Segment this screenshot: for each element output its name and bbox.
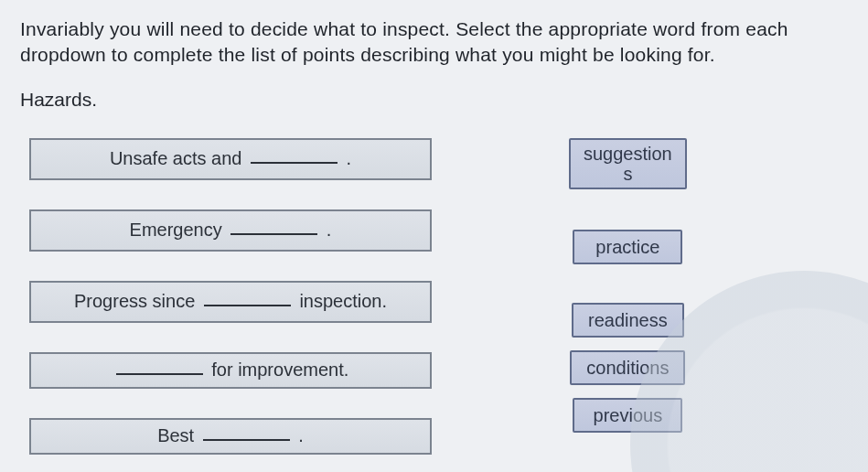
word-bank-column: suggestions practice readiness condition…	[569, 138, 687, 455]
blank-line	[251, 154, 338, 164]
drop-slot[interactable]: Unsafe acts and .	[29, 138, 432, 180]
drop-slot[interactable]: Best .	[29, 418, 432, 455]
drop-slot[interactable]: Progress since inspection.	[29, 281, 432, 323]
exercise-area: Unsafe acts and . Emergency . Progress s…	[20, 138, 848, 455]
word-chip[interactable]: suggestions	[569, 138, 687, 189]
slot-post-text: inspection.	[295, 291, 387, 312]
subheading: Hazards.	[20, 89, 848, 111]
slot-pre-text: Emergency	[130, 220, 228, 241]
drop-targets-column: Unsafe acts and . Emergency . Progress s…	[29, 138, 432, 455]
word-chip[interactable]: readiness	[572, 303, 684, 338]
slot-pre-text: Unsafe acts and	[110, 148, 247, 169]
blank-line	[230, 225, 317, 235]
blank-line	[203, 431, 290, 441]
slot-post-text: for improvement.	[207, 359, 349, 381]
blank-line	[116, 365, 203, 375]
slot-post-text: .	[294, 425, 304, 446]
drop-slot[interactable]: for improvement.	[29, 352, 432, 389]
slot-pre-text: Progress since	[74, 291, 200, 312]
slot-pre-text: Best	[157, 425, 199, 446]
slot-post-text: .	[321, 220, 331, 241]
word-chip[interactable]: practice	[573, 230, 682, 264]
word-chip[interactable]: conditions	[570, 350, 685, 385]
slot-post-text: .	[341, 148, 351, 169]
word-chip[interactable]: previous	[573, 398, 682, 433]
drop-slot[interactable]: Emergency .	[29, 209, 432, 252]
blank-line	[204, 296, 291, 306]
instruction-text: Invariably you will need to decide what …	[20, 16, 848, 69]
